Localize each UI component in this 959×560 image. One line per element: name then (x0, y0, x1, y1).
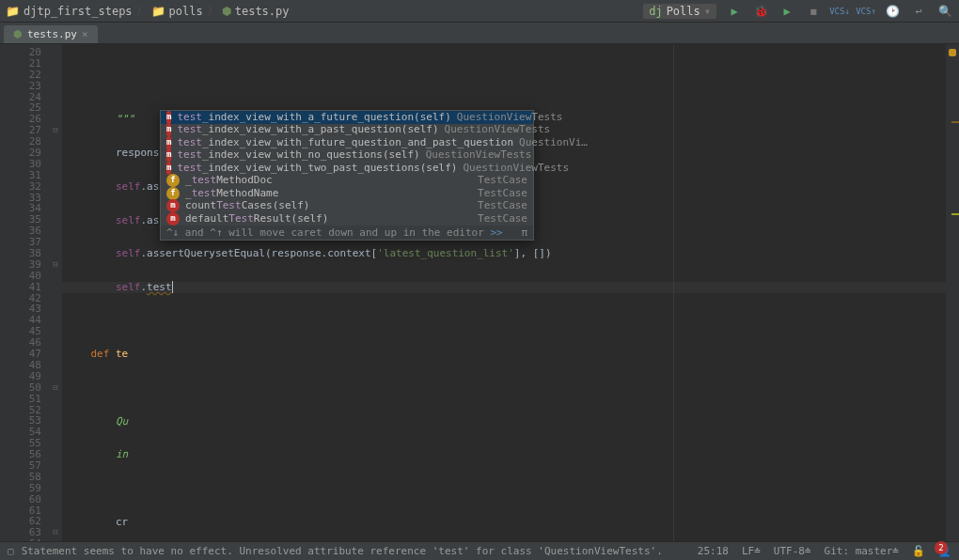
completion-item[interactable]: mcountTestCases(self)TestCase (161, 200, 533, 213)
git-branch[interactable]: Git: master≐ (825, 545, 899, 557)
completion-item[interactable]: f_testMethodNameTestCase (161, 187, 533, 200)
fold-marker[interactable] (49, 271, 62, 282)
fold-marker[interactable] (49, 282, 62, 293)
line-number[interactable]: 50 (0, 382, 41, 394)
line-number[interactable]: 31 (0, 170, 41, 181)
search-everywhere-button[interactable]: 🔍 (936, 3, 953, 20)
line-number[interactable]: 49 (0, 371, 41, 382)
fold-marker[interactable] (49, 415, 62, 427)
fold-marker[interactable] (49, 371, 62, 382)
line-number[interactable]: 41 (0, 282, 41, 293)
fold-marker[interactable] (49, 114, 62, 125)
hint-stripe[interactable] (951, 213, 959, 215)
fold-marker[interactable] (49, 70, 62, 81)
breadcrumb-project[interactable]: djtp_first_steps (24, 5, 133, 18)
history-button[interactable]: 🕑 (884, 3, 901, 20)
vcs-commit-icon[interactable]: VCS↑ (857, 3, 874, 20)
fold-marker[interactable] (49, 102, 62, 114)
warning-stripe[interactable] (951, 121, 959, 123)
code-area[interactable]: """ response = self.client.get(reverse('… (62, 44, 959, 541)
line-number[interactable]: 60 (0, 494, 41, 506)
debug-button[interactable]: 🐞 (752, 3, 769, 20)
line-number[interactable]: 21 (0, 58, 41, 70)
coverage-button[interactable]: ▶ (778, 3, 795, 20)
tab-tests-py[interactable]: ⬢ tests.py × (4, 25, 98, 43)
line-number[interactable]: 30 (0, 159, 41, 170)
fold-marker[interactable]: ⊟ (49, 527, 62, 538)
event-log-icon[interactable]: 👤2 (938, 545, 951, 557)
close-icon[interactable]: × (82, 28, 88, 40)
fold-marker[interactable] (49, 92, 62, 103)
fold-marker[interactable] (49, 47, 62, 58)
fold-marker[interactable] (49, 303, 62, 315)
fold-marker[interactable] (49, 516, 62, 527)
fold-marker[interactable] (49, 159, 62, 170)
fold-marker[interactable] (49, 438, 62, 449)
fold-marker[interactable] (49, 427, 62, 438)
fold-marker[interactable] (49, 193, 62, 204)
completion-item[interactable]: mtest_index_view_with_no_questions(self)… (161, 149, 533, 163)
fold-marker[interactable] (49, 315, 62, 326)
fold-marker[interactable] (49, 203, 62, 214)
completion-popup[interactable]: mtest_index_view_with_a_future_question(… (160, 110, 534, 241)
fold-marker[interactable] (49, 81, 62, 92)
completion-item[interactable]: mtest_index_view_with_a_future_question(… (161, 111, 533, 124)
code-editor[interactable]: 2021222324252627282930313233343536373839… (0, 44, 959, 541)
fold-marker[interactable]: ⊟ (49, 125, 62, 136)
fold-marker[interactable] (49, 226, 62, 237)
fold-marker[interactable] (49, 494, 62, 506)
vcs-update-icon[interactable]: VCS↓ (831, 3, 848, 20)
fold-marker[interactable] (49, 472, 62, 483)
fold-marker[interactable] (49, 293, 62, 304)
fold-marker[interactable] (49, 148, 62, 159)
fold-marker[interactable] (49, 360, 62, 371)
readonly-lock-icon[interactable]: 🔓 (912, 545, 925, 557)
run-button[interactable]: ▶ (726, 3, 743, 20)
completion-item[interactable]: mtest_index_view_with_two_past_questions… (161, 162, 533, 175)
breadcrumb[interactable]: 📁 djtp_first_steps 〉 📁 polls 〉 ⬢ tests.p… (6, 3, 290, 19)
line-number[interactable]: 51 (0, 394, 41, 405)
fold-marker[interactable] (49, 506, 62, 517)
line-number[interactable]: 32 (0, 181, 41, 193)
analysis-indicator-icon[interactable] (949, 49, 956, 56)
completion-item[interactable]: mtest_index_view_with_future_question_an… (161, 136, 533, 149)
sidebar-toggle-icon[interactable]: ▢ (8, 545, 14, 557)
fold-marker[interactable] (49, 449, 62, 460)
python-file-icon: ⬢ (13, 28, 23, 40)
fold-marker[interactable] (49, 460, 62, 472)
error-stripe-area[interactable] (946, 44, 959, 541)
fold-marker[interactable] (49, 349, 62, 360)
completion-hint-link[interactable]: >> (490, 226, 502, 239)
line-number[interactable]: 58 (0, 472, 41, 483)
fold-marker[interactable] (49, 394, 62, 405)
line-separator[interactable]: LF≐ (742, 545, 761, 557)
undo-button[interactable]: ↩ (910, 3, 927, 20)
breadcrumb-app[interactable]: polls (169, 5, 203, 18)
fold-marker[interactable] (49, 237, 62, 248)
fold-marker[interactable] (49, 181, 62, 193)
line-number[interactable]: 40 (0, 271, 41, 282)
fold-marker[interactable] (49, 405, 62, 416)
completion-item[interactable]: mdefaultTestResult(self)TestCase (161, 212, 533, 226)
fold-column[interactable]: ⊟⊟⊟⊟ (49, 44, 62, 541)
fold-marker[interactable] (49, 483, 62, 494)
fold-marker[interactable] (49, 337, 62, 349)
line-number[interactable]: 22 (0, 70, 41, 81)
fold-marker[interactable] (49, 248, 62, 259)
fold-marker[interactable]: ⊟ (49, 382, 62, 394)
caret-position[interactable]: 25:18 (698, 545, 729, 557)
completion-item[interactable]: f_testMethodDocTestCase (161, 175, 533, 188)
stop-button[interactable]: ◼ (805, 3, 822, 20)
fold-marker[interactable] (49, 136, 62, 148)
breadcrumb-file[interactable]: tests.py (235, 5, 290, 18)
fold-marker[interactable] (49, 214, 62, 226)
fold-marker[interactable] (49, 326, 62, 337)
line-number[interactable]: 23 (0, 81, 41, 92)
completion-item[interactable]: mtest_index_view_with_a_past_question(se… (161, 124, 533, 137)
run-configuration-selector[interactable]: dj Polls ▾ (643, 4, 716, 19)
fold-marker[interactable] (49, 170, 62, 181)
fold-marker[interactable] (49, 58, 62, 70)
fold-marker[interactable]: ⊟ (49, 259, 62, 271)
line-number[interactable]: 59 (0, 483, 41, 494)
encoding[interactable]: UTF-8≐ (774, 545, 811, 557)
